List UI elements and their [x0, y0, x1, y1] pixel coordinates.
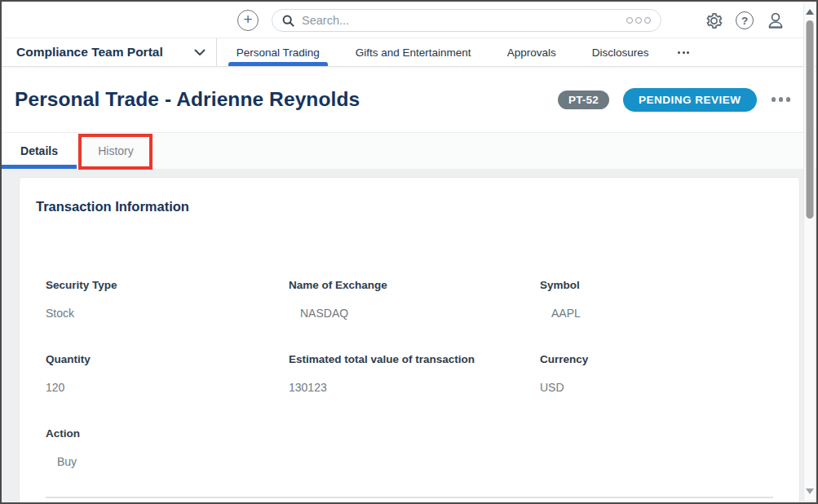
content-area: Transaction Information Security Type St… — [2, 169, 816, 502]
topbar: + Search... ? — [2, 2, 816, 38]
field-value: Stock — [46, 307, 289, 320]
portal-switcher[interactable]: Compliance Team Portal — [16, 45, 163, 60]
scroll-down-arrow-icon[interactable] — [806, 489, 814, 494]
nav-tab-label: Approvals — [507, 46, 556, 59]
scrollbar-thumb[interactable] — [806, 20, 813, 219]
navbar: Compliance Team Portal Personal Trading … — [2, 38, 816, 67]
field-label: Name of Exchange — [289, 279, 540, 291]
field-grid: Security Type Stock Name of Exchange NAS… — [46, 279, 783, 468]
vertical-scrollbar[interactable] — [803, 3, 815, 501]
help-icon[interactable]: ? — [736, 11, 754, 29]
field-value: USD — [540, 381, 783, 394]
detail-tab-strip: Details History — [2, 132, 816, 169]
nav-separator — [216, 38, 217, 66]
field-value: Buy — [46, 455, 289, 468]
field-currency: Currency USD — [540, 353, 783, 394]
nav-tab-label: Disclosures — [592, 46, 649, 59]
nav-tab-gifts-and-entertainment[interactable]: Gifts and Entertainment — [338, 38, 489, 66]
field-value: 120 — [46, 381, 289, 394]
search-icon — [282, 15, 294, 27]
field-value: 130123 — [289, 381, 540, 394]
nav-tab-disclosures[interactable]: Disclosures — [574, 38, 667, 66]
detail-tab-label: Details — [20, 144, 58, 157]
nav-tab-label: Gifts and Entertainment — [356, 46, 471, 59]
nav-tab-approvals[interactable]: Approvals — [489, 38, 574, 66]
page-title: Personal Trade - Adrienne Reynolds — [15, 88, 360, 111]
field-quantity: Quantity 120 — [46, 353, 289, 394]
tab-history[interactable]: History — [78, 133, 153, 169]
search-input[interactable]: Search... — [272, 9, 661, 32]
nav-tabs: Personal Trading Gifts and Entertainment… — [219, 38, 667, 66]
field-action: Action Buy — [46, 427, 289, 468]
transaction-card: Transaction Information Security Type St… — [19, 177, 800, 502]
search-options-icon[interactable] — [626, 17, 651, 24]
field-label: Security Type — [46, 279, 289, 291]
field-estimated-total-value-of-transaction: Estimated total value of transaction 130… — [289, 353, 540, 394]
field-symbol: Symbol AAPL — [540, 279, 783, 320]
field-value: AAPL — [540, 307, 783, 320]
field-name-of-exchange: Name of Exchange NASDAQ — [289, 279, 540, 320]
detail-tab-label: History — [98, 144, 134, 157]
settings-gear-icon[interactable] — [705, 11, 723, 30]
plus-icon: + — [243, 11, 252, 28]
nav-more-icon[interactable] — [674, 46, 692, 59]
card-divider — [46, 497, 773, 498]
nav-tab-label: Personal Trading — [237, 46, 320, 59]
field-label: Currency — [540, 353, 783, 365]
status-badge[interactable]: PENDING REVIEW — [623, 88, 757, 112]
tab-details[interactable]: Details — [2, 133, 77, 169]
record-id-badge: PT-52 — [558, 91, 609, 109]
field-label: Symbol — [540, 279, 783, 291]
nav-tab-personal-trading[interactable]: Personal Trading — [219, 38, 338, 66]
card-title: Transaction Information — [36, 199, 783, 214]
field-security-type: Security Type Stock — [46, 279, 289, 320]
more-options-icon[interactable] — [770, 92, 793, 107]
chevron-down-icon[interactable] — [194, 49, 206, 56]
add-button[interactable]: + — [237, 10, 259, 31]
user-profile-icon[interactable] — [766, 11, 785, 30]
app-window: + Search... ? — [0, 0, 818, 504]
page-header: Personal Trade - Adrienne Reynolds PT-52… — [2, 67, 816, 132]
field-label: Action — [46, 427, 289, 440]
topbar-actions: ? — [705, 11, 785, 30]
scroll-up-arrow-icon[interactable] — [806, 9, 814, 15]
field-label: Quantity — [46, 353, 289, 365]
field-label: Estimated total value of transaction — [289, 353, 540, 365]
field-value: NASDAQ — [289, 307, 540, 320]
search-placeholder: Search... — [302, 14, 626, 27]
header-actions: PT-52 PENDING REVIEW — [558, 88, 792, 112]
